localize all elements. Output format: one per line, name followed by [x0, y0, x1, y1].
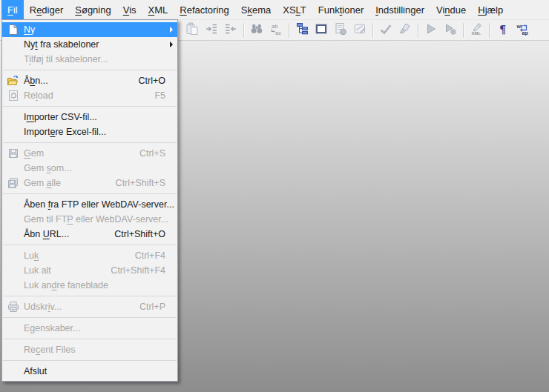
menu-item-shortcut: Ctrl+O: [139, 76, 174, 86]
replace-button: abac: [267, 21, 285, 39]
menubar-item-label: Indstillinger: [375, 4, 424, 16]
word-wrap-button[interactable]: wrap: [513, 21, 530, 39]
menubar-item-rediger[interactable]: Rediger: [24, 0, 70, 19]
pilcrow-button[interactable]: ¶: [493, 21, 511, 39]
menu-item-shortcut: Ctrl+S: [139, 148, 174, 159]
play-button: [422, 21, 440, 39]
document-ball-button: [332, 21, 349, 39]
checkmark-button: [377, 21, 395, 39]
empty-box-button[interactable]: [312, 21, 330, 39]
menu-item-importer-csv-fil[interactable]: Importer CSV-fil...: [2, 110, 177, 124]
menubar-item-funktioner[interactable]: Funktioner: [312, 0, 369, 19]
menu-item-gem[interactable]: GemCtrl+S: [2, 146, 177, 161]
menubar-item-xml[interactable]: XML: [142, 0, 174, 19]
toolbar-separator: [418, 23, 418, 38]
menu-item-label: Nyt fra skabeloner: [24, 39, 174, 50]
menu-item-aben-fra-ftp[interactable]: Åben fra FTP eller WebDAV-server...: [2, 197, 177, 212]
menu-separator: [3, 70, 177, 70]
menubar-item-label: Hjælp: [478, 4, 503, 16]
toolbar-separator: [463, 23, 464, 38]
brush-icon: [398, 22, 412, 38]
menubar-item-fil[interactable]: Fil: [1, 0, 24, 19]
menubar-item-hjaelp[interactable]: Hjælp: [472, 0, 509, 19]
toolbar-separator: [489, 23, 490, 38]
indent-right-button: [203, 21, 220, 39]
menu-item-gem-til-ftp[interactable]: Gem til FTP eller WebDAV-server...: [2, 212, 177, 227]
brush-button: [396, 21, 414, 39]
file-menu-popup: NyNyt fra skabelonerTilføj til skabelone…: [1, 19, 178, 382]
menubar-item-label: Fil: [7, 4, 18, 16]
replace-icon: abac: [269, 22, 283, 38]
menu-item-abn-url[interactable]: Åbn URL...Ctrl+Shift+O: [2, 227, 177, 242]
menu-item-luk-andre-faneblade[interactable]: Luk andre faneblade: [2, 278, 177, 293]
menubar-item-sogning[interactable]: Søgning: [69, 0, 116, 19]
menu-item-label: Reload: [24, 90, 154, 101]
menu-item-label: Gem som...: [24, 163, 174, 173]
xml-dropper-icon: XML: [470, 22, 483, 38]
menu-item-gem-som[interactable]: Gem som...: [2, 161, 177, 176]
menu-item-label: Luk alt: [24, 265, 111, 276]
menu-item-recent-files[interactable]: Recent Files: [2, 342, 177, 357]
menubar-item-label: Funktioner: [318, 4, 364, 16]
menu-separator: [3, 360, 177, 361]
toolbar-separator: [372, 23, 373, 38]
menu-separator: [3, 245, 177, 245]
print-icon: [2, 301, 24, 313]
menu-item-label: Gem alle: [24, 178, 116, 188]
play-icon: [424, 22, 438, 38]
menu-separator: [3, 106, 177, 107]
menu-item-udskriv[interactable]: Udskriv...Ctrl+P: [2, 299, 177, 314]
menubar-item-label: Refactoring: [180, 4, 229, 16]
reload-icon: [2, 90, 24, 102]
menu-item-shortcut: Ctrl+Shift+S: [116, 178, 174, 188]
menu-item-label: Åbn URL...: [24, 229, 114, 239]
menu-item-label: Åbn...: [24, 76, 139, 86]
toolbar-separator: [289, 23, 289, 38]
menu-item-gem-alle[interactable]: Gem alleCtrl+Shift+S: [2, 176, 177, 190]
menu-item-label: Luk: [24, 250, 135, 261]
menu-item-luk-alt[interactable]: Luk altCtrl+Shift+F4: [2, 263, 177, 278]
svg-text:wr: wr: [516, 24, 522, 29]
element-tree-button[interactable]: [293, 21, 311, 39]
menubar-item-vis[interactable]: Vis: [117, 0, 142, 19]
menu-item-label: Egenskaber...: [24, 323, 174, 333]
menubar-item-xslt[interactable]: XSLT: [277, 0, 312, 19]
menu-item-nyt-fra-skabeloner[interactable]: Nyt fra skabeloner: [2, 37, 177, 52]
menubar-item-label: Søgning: [75, 4, 111, 16]
menu-item-label: Udskriv...: [24, 302, 139, 312]
open-folder-icon: [2, 75, 24, 87]
svg-text:ac: ac: [275, 30, 281, 36]
menubar-item-refactoring[interactable]: Refactoring: [174, 0, 234, 19]
play-gear-button: [441, 21, 459, 39]
xml-dropper-button: XML: [467, 21, 485, 39]
menu-item-shortcut: Ctrl+Shift+F4: [111, 265, 174, 276]
menu-item-reload[interactable]: ReloadF5: [2, 88, 177, 103]
indent-left-icon: [224, 22, 237, 38]
menu-item-ny[interactable]: Ny: [2, 22, 177, 37]
svg-text:ap: ap: [522, 30, 527, 36]
menubar-item-skema[interactable]: Skema: [235, 0, 277, 19]
menubar-item-vindue[interactable]: Vindue: [430, 0, 472, 19]
document-ball-icon: [334, 22, 347, 38]
new-document-icon: [2, 24, 24, 36]
word-wrap-icon: wrap: [515, 22, 529, 38]
menu-separator: [3, 296, 177, 296]
menu-separator: [3, 317, 177, 318]
indent-right-icon: [205, 22, 218, 38]
save-all-icon: [2, 177, 24, 189]
empty-box-icon: [315, 22, 328, 38]
indent-left-button: [222, 21, 240, 39]
menu-item-tilfoj-til-skabeloner[interactable]: Tilføj til skabeloner...: [2, 52, 177, 67]
menubar-item-label: Skema: [241, 4, 271, 16]
menu-item-label: Importere Excel-fil...: [24, 127, 174, 137]
menu-item-abn[interactable]: Åbn...Ctrl+O: [2, 73, 177, 88]
menu-item-luk[interactable]: LukCtrl+F4: [2, 248, 177, 263]
menu-item-importere-excel-fil[interactable]: Importere Excel-fil...: [2, 124, 177, 139]
toolbar-separator: [243, 23, 244, 38]
menubar-item-indstillinger[interactable]: Indstillinger: [369, 0, 430, 19]
menu-item-label: Åben fra FTP eller WebDAV-server...: [24, 199, 174, 210]
menu-item-afslut[interactable]: Afslut: [2, 364, 177, 379]
menu-item-egenskaber[interactable]: Egenskaber...: [2, 321, 177, 336]
menu-item-label: Gem: [24, 148, 139, 159]
paste-icon: [185, 22, 199, 38]
